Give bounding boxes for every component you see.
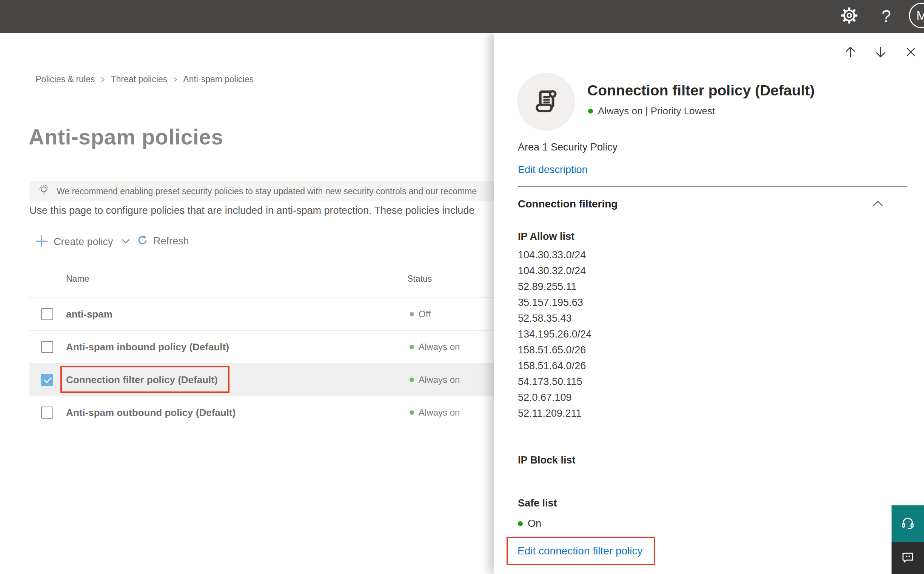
support-button[interactable]	[892, 505, 924, 542]
ip-address: 35.157.195.63	[518, 295, 592, 311]
ip-address: 52.11.209.211	[518, 405, 592, 421]
create-policy-label: Create policy	[54, 236, 113, 248]
column-header-name[interactable]: Name	[66, 274, 89, 284]
account-avatar[interactable]: M	[909, 3, 924, 28]
breadcrumb: Policies & rules > Threat policies > Ant…	[35, 74, 254, 85]
checkmark-icon	[44, 375, 52, 383]
flyout-status-label: Always on | Priority Lowest	[598, 105, 715, 117]
policy-name[interactable]: Anti-spam inbound policy (Default)	[66, 341, 229, 353]
scroll-policy-icon	[532, 86, 561, 117]
close-flyout-button[interactable]	[902, 44, 919, 61]
top-app-bar: ? M	[0, 0, 924, 33]
flyout-status: Always on | Priority Lowest	[588, 105, 715, 117]
gear-icon	[840, 7, 858, 26]
chevron-up-icon	[872, 200, 884, 209]
divider	[518, 186, 907, 187]
previous-item-button[interactable]	[842, 44, 859, 61]
flyout-title: Connection filter policy (Default)	[587, 82, 815, 99]
status-dot	[588, 109, 593, 114]
edit-description-link[interactable]: Edit description	[518, 164, 588, 176]
question-mark-icon: ?	[882, 7, 891, 26]
safe-list-status-label: On	[528, 518, 541, 530]
ip-address: 54.173.50.115	[518, 374, 592, 390]
edit-connection-filter-policy-link[interactable]: Edit connection filter policy	[517, 545, 643, 557]
ip-allow-list-title: IP Allow list	[518, 231, 574, 243]
settings-button[interactable]	[840, 7, 858, 25]
plus-icon	[35, 235, 48, 249]
status-label: Always on	[419, 407, 460, 418]
row-checkbox[interactable]	[41, 341, 53, 353]
edit-policy-highlight-box: Edit connection filter policy	[506, 537, 655, 565]
breadcrumb-policies-rules[interactable]: Policies & rules	[35, 74, 95, 85]
avatar-initial: M	[916, 8, 924, 23]
policy-details-flyout: Connection filter policy (Default) Alway…	[494, 33, 924, 574]
breadcrumb-separator-icon: >	[101, 74, 104, 85]
row-checkbox[interactable]	[41, 407, 53, 419]
arrow-down-icon	[874, 45, 888, 60]
ip-allow-list: 104.30.33.0/24104.30.32.0/2452.89.255.11…	[518, 247, 592, 421]
refresh-button[interactable]: Refresh	[137, 235, 189, 248]
breadcrumb-threat-policies[interactable]: Threat policies	[111, 74, 168, 85]
status-label: Off	[419, 309, 431, 319]
row-checkbox[interactable]	[41, 308, 53, 320]
breadcrumb-separator-icon: >	[173, 74, 177, 85]
policy-name[interactable]: anti-spam	[66, 309, 112, 320]
section-connection-filtering: Connection filtering	[518, 198, 617, 210]
refresh-icon	[137, 235, 148, 248]
chevron-down-icon	[122, 239, 130, 246]
page-title: Anti-spam policies	[29, 125, 223, 149]
ip-address: 52.0.67.109	[518, 390, 592, 405]
next-item-button[interactable]	[872, 44, 889, 61]
banner-text: We recommend enabling preset security po…	[57, 186, 477, 197]
create-policy-button[interactable]: Create policy	[35, 235, 130, 249]
status-dot	[410, 345, 414, 349]
status-dot	[518, 521, 523, 526]
status-label: Always on	[419, 374, 460, 385]
headset-icon	[900, 515, 916, 533]
safe-list-title: Safe list	[518, 497, 557, 509]
policy-description: Area 1 Security Policy	[518, 142, 617, 153]
ip-address: 158.51.64.0/26	[518, 358, 592, 374]
status-dot	[410, 410, 414, 415]
feedback-bubble-icon	[900, 550, 915, 566]
status-dot	[410, 312, 414, 316]
row-checkbox[interactable]	[41, 374, 53, 386]
safe-list-status: On	[518, 518, 541, 530]
ip-address: 158.51.65.0/26	[518, 342, 592, 358]
ip-address: 134.195.26.0/24	[518, 326, 592, 342]
ip-block-list-title: IP Block list	[518, 454, 576, 466]
ip-address: 52.58.35.43	[518, 311, 592, 326]
collapse-section-button[interactable]	[871, 199, 885, 210]
close-icon	[905, 46, 917, 60]
status-label: Always on	[419, 342, 460, 352]
policy-avatar	[517, 73, 575, 131]
refresh-label: Refresh	[153, 235, 189, 247]
lightbulb-icon	[37, 184, 51, 199]
policy-name[interactable]: Anti-spam outbound policy (Default)	[66, 407, 236, 419]
ip-address: 104.30.33.0/24	[518, 247, 592, 263]
help-button[interactable]: ?	[877, 6, 895, 26]
ip-address: 104.30.32.0/24	[518, 263, 592, 279]
column-header-status[interactable]: Status	[407, 274, 432, 284]
policy-name[interactable]: Connection filter policy (Default)	[66, 374, 218, 386]
breadcrumb-anti-spam-policies[interactable]: Anti-spam policies	[183, 74, 254, 85]
ip-address: 52.89.255.11	[518, 279, 592, 295]
feedback-button[interactable]	[892, 542, 924, 574]
arrow-up-icon	[843, 45, 857, 60]
status-dot	[410, 377, 414, 382]
